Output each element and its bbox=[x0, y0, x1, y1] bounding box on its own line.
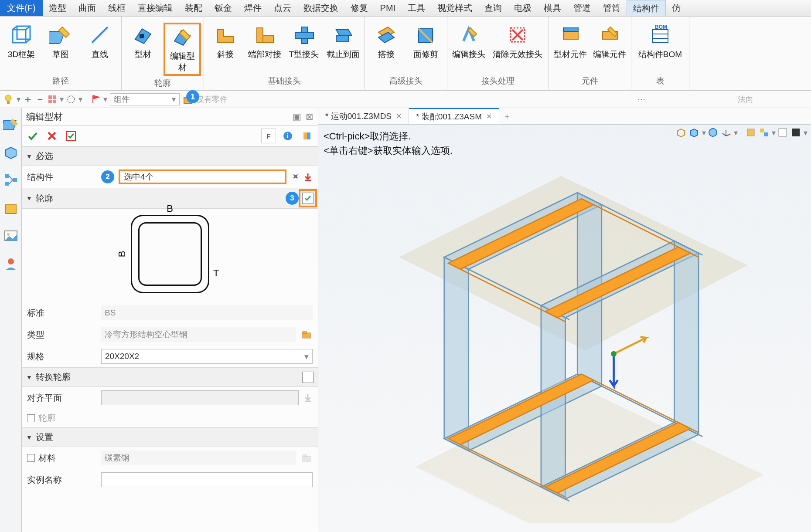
label-struct: 结构件 bbox=[27, 171, 97, 183]
chevron-down-icon: ▼ bbox=[26, 374, 32, 381]
book-icon[interactable] bbox=[300, 129, 314, 143]
cancel-icon[interactable] bbox=[44, 129, 59, 143]
download-icon[interactable] bbox=[303, 393, 313, 403]
menu-item[interactable]: 装配 bbox=[179, 0, 208, 16]
close-icon[interactable]: ⊠ bbox=[306, 112, 313, 122]
btn-sketch[interactable]: 草图 bbox=[42, 23, 79, 61]
callout-2: 2 bbox=[101, 170, 114, 183]
svg-rect-51 bbox=[303, 456, 310, 461]
axis-icon[interactable] bbox=[721, 127, 732, 139]
box-icon[interactable] bbox=[3, 200, 19, 216]
menu-item[interactable]: 点云 bbox=[268, 0, 297, 16]
btn-tjoint[interactable]: T型接头 bbox=[285, 23, 323, 61]
f-button[interactable]: F bbox=[261, 129, 276, 143]
view-icon[interactable] bbox=[759, 127, 770, 139]
btn-3d-frame[interactable]: 3D框架 bbox=[3, 23, 40, 61]
menu-item[interactable]: 钣金 bbox=[208, 0, 238, 16]
menu-item[interactable]: 管筒 bbox=[597, 0, 627, 16]
close-icon[interactable]: ✕ bbox=[486, 112, 492, 121]
dotted-circle-icon[interactable] bbox=[66, 95, 76, 104]
select-spec[interactable]: 20X20X2▾ bbox=[101, 349, 313, 364]
svg-point-39 bbox=[8, 258, 14, 264]
checkbox-profile[interactable] bbox=[302, 193, 313, 204]
solid-icon[interactable] bbox=[791, 127, 802, 139]
menu-item[interactable]: 线框 bbox=[102, 0, 132, 16]
restore-icon[interactable]: ▣ bbox=[293, 112, 301, 122]
checkbox-transform[interactable] bbox=[302, 372, 313, 383]
image-icon[interactable] bbox=[3, 228, 19, 244]
menu-item[interactable]: 管道 bbox=[567, 0, 597, 16]
cube-icon[interactable] bbox=[676, 127, 687, 139]
menu-item[interactable]: 视觉样式 bbox=[431, 0, 478, 16]
svg-rect-18 bbox=[563, 28, 578, 31]
btn-miter[interactable]: 斜接 bbox=[207, 23, 244, 61]
download-icon[interactable] bbox=[303, 172, 313, 182]
menu-item[interactable]: 模具 bbox=[538, 0, 567, 16]
menu-item[interactable]: 造型 bbox=[43, 0, 72, 16]
apply-icon[interactable] bbox=[64, 129, 78, 143]
menu-item[interactable]: 曲面 bbox=[72, 0, 102, 16]
menu-item[interactable]: 直接编辑 bbox=[132, 0, 179, 16]
input-struct[interactable]: 选中4个 bbox=[119, 169, 286, 184]
btn-edit-comp[interactable]: 编辑元件 bbox=[591, 23, 628, 61]
tree-icon[interactable] bbox=[3, 173, 19, 188]
minus-icon[interactable]: － bbox=[35, 93, 45, 106]
btn-bom[interactable]: BOM结构件BOM bbox=[634, 23, 686, 61]
checkbox-icon[interactable] bbox=[27, 454, 35, 462]
menu-item[interactable]: 电极 bbox=[508, 0, 538, 16]
grid-icon[interactable] bbox=[48, 95, 57, 104]
input-instance[interactable] bbox=[101, 472, 313, 487]
menu-item[interactable]: 修复 bbox=[344, 0, 374, 16]
menu-item[interactable]: 仿 bbox=[666, 0, 687, 16]
btn-trimface[interactable]: 截止到面 bbox=[324, 23, 362, 61]
svg-rect-8 bbox=[257, 28, 263, 43]
menu-item[interactable]: PMI bbox=[374, 0, 402, 16]
checkbox-icon[interactable] bbox=[27, 414, 35, 422]
btn-endbutt[interactable]: 端部对接 bbox=[246, 23, 283, 61]
tab-active[interactable]: * 装配001.Z3ASM✕ bbox=[409, 108, 499, 124]
ok-icon[interactable] bbox=[25, 129, 40, 143]
misc-icon[interactable]: ⋯ bbox=[637, 95, 645, 104]
folder-icon[interactable] bbox=[300, 452, 313, 464]
add-tab-icon[interactable]: ＋ bbox=[499, 111, 515, 122]
tjoint-icon bbox=[293, 24, 315, 46]
btn-profile-comp[interactable]: 型材元件 bbox=[552, 23, 589, 61]
cube-icon[interactable] bbox=[3, 145, 19, 160]
info-icon[interactable]: i bbox=[280, 129, 295, 143]
menu-item[interactable]: 焊件 bbox=[238, 0, 268, 16]
svg-rect-46 bbox=[307, 132, 310, 139]
blank-icon[interactable] bbox=[777, 127, 789, 139]
menu-item[interactable]: 查询 bbox=[478, 0, 508, 16]
cube-icon[interactable] bbox=[689, 127, 700, 139]
section-settings[interactable]: ▼ 设置 bbox=[22, 427, 318, 447]
lightbulb-icon[interactable] bbox=[3, 94, 14, 105]
tab[interactable]: * 运动001.Z3MDS✕ bbox=[318, 108, 409, 124]
btn-profile[interactable]: 型材 bbox=[124, 23, 162, 61]
section-required[interactable]: ▼ 必选 bbox=[22, 146, 318, 166]
btn-line[interactable]: 直线 bbox=[81, 23, 119, 61]
folder-icon[interactable] bbox=[300, 329, 313, 341]
model-view[interactable] bbox=[344, 160, 802, 523]
panel-icon[interactable] bbox=[3, 117, 19, 132]
menu-file[interactable]: 文件(F) bbox=[0, 0, 43, 16]
btn-edit-joint[interactable]: 编辑接头 bbox=[450, 23, 487, 61]
person-icon[interactable] bbox=[3, 256, 19, 272]
close-icon[interactable]: ✕ bbox=[396, 112, 402, 120]
label-align: 对齐平面 bbox=[27, 392, 97, 404]
menu-item-active[interactable]: 结构件 bbox=[627, 0, 666, 16]
sphere-icon[interactable] bbox=[708, 127, 719, 139]
btn-lap[interactable]: 搭接 bbox=[368, 23, 405, 61]
flag-icon[interactable] bbox=[91, 95, 101, 104]
btn-edit-profile[interactable]: 编辑型材 bbox=[164, 23, 201, 76]
input-align[interactable] bbox=[101, 390, 299, 405]
menu-item[interactable]: 工具 bbox=[402, 0, 431, 16]
expand-icon[interactable]: ⪤ bbox=[291, 173, 299, 182]
viewport[interactable]: * 运动001.Z3MDS✕ * 装配001.Z3ASM✕ ＋ ▾ ▾ ▾ ▾ … bbox=[318, 108, 811, 532]
menu-item[interactable]: 数据交换 bbox=[297, 0, 344, 16]
combo-assembly[interactable]: 组件▾ bbox=[110, 93, 180, 105]
section-transform[interactable]: ▼ 转换轮廓 bbox=[22, 367, 318, 387]
btn-clear-invalid[interactable]: 清除无效接头 bbox=[489, 23, 546, 61]
plus-icon[interactable]: ＋ bbox=[23, 93, 33, 106]
btn-facetrim[interactable]: 面修剪 bbox=[407, 23, 444, 61]
view-icon[interactable] bbox=[746, 127, 757, 139]
